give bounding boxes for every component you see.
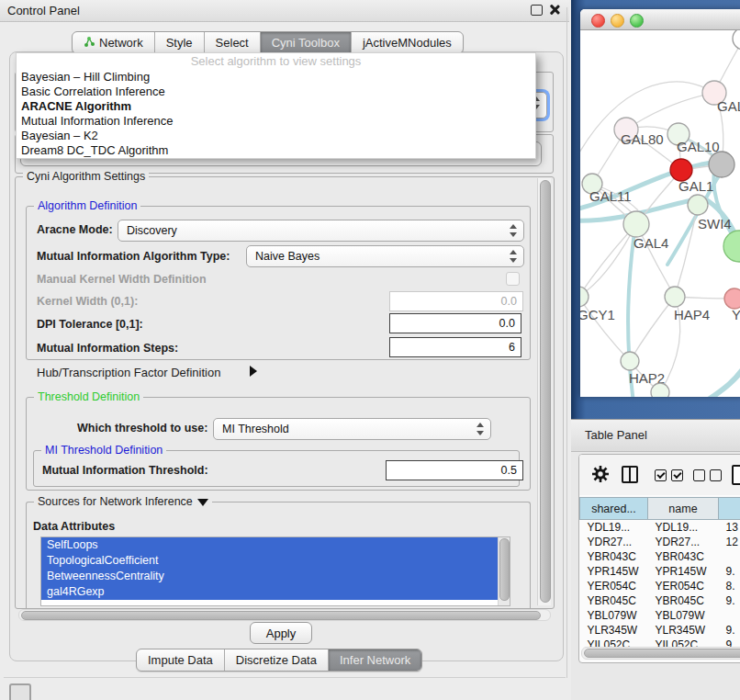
collapse-down-icon[interactable] (197, 499, 208, 506)
settings-horizontal-scrollbar[interactable] (18, 609, 551, 621)
table-row[interactable]: YLR345WYLR345W9. (580, 623, 740, 638)
table-cell[interactable]: YLR345W (648, 623, 719, 638)
network-node-swi4[interactable] (688, 195, 708, 215)
network-node-gal4[interactable] (623, 211, 649, 237)
float-window-icon[interactable] (531, 5, 543, 16)
network-node[interactable] (651, 383, 669, 397)
minimize-traffic-light-icon[interactable] (611, 14, 624, 28)
mi-algorithm-type-combobox[interactable]: Naive Bayes (246, 245, 524, 267)
split-columns-icon[interactable] (622, 466, 638, 483)
table-cell[interactable]: YDR27... (580, 535, 648, 549)
table-cell[interactable]: YBL079W (648, 608, 719, 623)
table-cell[interactable]: YDR27... (648, 535, 719, 549)
settings-vertical-scrollbar[interactable] (537, 178, 551, 605)
aracne-mode-combobox[interactable]: Discovery (118, 220, 524, 242)
table-cell[interactable]: YBR045C (648, 593, 719, 608)
list-vertical-scrollbar[interactable] (498, 537, 510, 605)
tab-infer-network[interactable]: Infer Network (328, 649, 421, 671)
tab-cyni-toolbox[interactable]: Cyni Toolbox (260, 32, 351, 53)
scrollbar-thumb[interactable] (499, 538, 510, 601)
kernel-width-field[interactable]: 0.0 (389, 291, 523, 311)
algorithm-option-mutual-information-inference[interactable]: Mutual Information Inference (17, 114, 535, 129)
table-cell[interactable]: 9. (719, 593, 740, 608)
table-cell[interactable]: YBR043C (580, 549, 648, 564)
attribute-item-betweennesscentrality[interactable]: BetweennessCentrality (41, 569, 499, 584)
which-threshold-combobox[interactable]: MI Threshold (213, 418, 491, 440)
column-header-name[interactable]: name (648, 498, 719, 520)
table-cell[interactable]: YER054C (580, 579, 648, 593)
column-header-a[interactable]: A (719, 498, 740, 520)
table-cell[interactable]: YDL19... (580, 520, 648, 536)
scrollbar-thumb[interactable] (21, 611, 541, 620)
network-node-label: GCY1 (580, 307, 615, 322)
tab-discretize-data[interactable]: Discretize Data (224, 649, 328, 671)
network-node[interactable] (709, 152, 734, 177)
table-cell[interactable]: YPR145W (648, 564, 719, 579)
table-cell[interactable]: YER054C (648, 579, 719, 593)
attribute-item-selfloops[interactable]: SelfLoops (41, 537, 499, 553)
scrollbar-thumb[interactable] (584, 649, 740, 658)
network-window-titlebar[interactable] (580, 9, 740, 30)
attribute-item-topologicalcoefficient[interactable]: TopologicalCoefficient (41, 553, 499, 569)
apply-button[interactable]: Apply (250, 622, 312, 644)
table-cell[interactable]: YDL19... (648, 520, 719, 536)
table-row[interactable]: YDL19...YDL19...13 (580, 520, 740, 536)
dpi-tolerance-field[interactable]: 0.0 (389, 313, 521, 333)
column-header-shared[interactable]: shared... (580, 498, 648, 520)
data-attributes-list[interactable]: SelfLoopsTopologicalCoefficientBetweenne… (40, 536, 510, 606)
minimized-panel-icon[interactable] (9, 683, 31, 700)
checked-box-icon[interactable] (671, 469, 683, 481)
tab-select[interactable]: Select (204, 32, 260, 53)
network-node[interactable] (733, 30, 740, 50)
table-cell[interactable]: 8. (719, 579, 740, 593)
network-node-hap4[interactable] (665, 287, 685, 307)
table-cell[interactable]: 9. (719, 623, 740, 638)
algorithm-option-basic-correlation-inference[interactable]: Basic Correlation Inference (17, 85, 535, 99)
network-node[interactable] (723, 231, 740, 262)
table-cell[interactable]: YPR145W (580, 564, 648, 579)
table-row[interactable]: YER054CYER054C8. (580, 579, 740, 593)
network-canvas[interactable]: GALGAL80GAL10GAL1GAL11SWI4GAL4GCY1HAP4YH… (580, 30, 740, 397)
expand-right-icon[interactable] (250, 366, 257, 377)
zoom-traffic-light-icon[interactable] (630, 14, 644, 28)
tab-network[interactable]: Network (73, 32, 154, 53)
table-row[interactable]: YDR27...YDR27...12 (580, 535, 740, 549)
network-node-hap2[interactable] (621, 352, 639, 370)
mi-threshold-field[interactable]: 0.5 (386, 460, 523, 480)
tab-impute-data[interactable]: Impute Data (137, 649, 224, 671)
table-cell[interactable]: 9. (719, 564, 740, 579)
algorithm-option-bayesian-hill-climbing[interactable]: Bayesian – Hill Climbing (17, 70, 535, 85)
algorithm-option-dream8-dc-tdc-algorithm[interactable]: Dream8 DC_TDC Algorithm (17, 143, 535, 158)
table-row[interactable]: YBR043CYBR043C (580, 549, 740, 564)
close-icon[interactable] (549, 4, 560, 15)
table-row[interactable]: YBL079WYBL079W (580, 608, 740, 623)
hub-definition-label[interactable]: Hub/Transcription Factor Definition (37, 366, 220, 379)
table-cell[interactable] (719, 608, 740, 623)
table-row[interactable]: YBR045CYBR045C9. (580, 593, 740, 608)
table-cell[interactable]: YLR345W (580, 623, 648, 638)
mi-steps-field[interactable]: 6 (389, 337, 521, 357)
gear-icon[interactable] (591, 465, 610, 483)
document-icon[interactable] (732, 465, 740, 485)
network-node-y[interactable] (724, 288, 740, 309)
manual-kernel-width-checkbox[interactable] (506, 272, 520, 286)
table-cell[interactable]: 12 (719, 535, 740, 549)
checked-box-icon[interactable] (655, 469, 667, 481)
table-cell[interactable]: YBR045C (580, 593, 648, 608)
table-cell[interactable]: 13 (719, 520, 740, 536)
tab-jactivemnodules[interactable]: jActiveMNodules (351, 32, 463, 53)
unchecked-box-icon[interactable] (710, 469, 722, 481)
table-cell[interactable]: YBR043C (648, 549, 719, 564)
scrollbar-thumb[interactable] (540, 180, 551, 603)
table-cell[interactable] (719, 549, 740, 564)
attribute-item-gal4rgexp[interactable]: gal4RGexp (41, 584, 499, 600)
tab-style[interactable]: Style (154, 32, 204, 53)
unchecked-box-icon[interactable] (693, 469, 705, 481)
table-cell[interactable]: YBL079W (580, 608, 648, 623)
table-horizontal-scrollbar[interactable] (581, 647, 740, 660)
node-attribute-table[interactable]: shared...nameA YDL19...YDL19...13YDR27..… (579, 497, 740, 652)
algorithm-option-aracne-algorithm[interactable]: ARACNE Algorithm (17, 99, 535, 114)
algorithm-option-bayesian-k2[interactable]: Bayesian – K2 (17, 129, 535, 143)
table-row[interactable]: YPR145WYPR145W9. (580, 564, 740, 579)
close-traffic-light-icon[interactable] (591, 14, 605, 28)
